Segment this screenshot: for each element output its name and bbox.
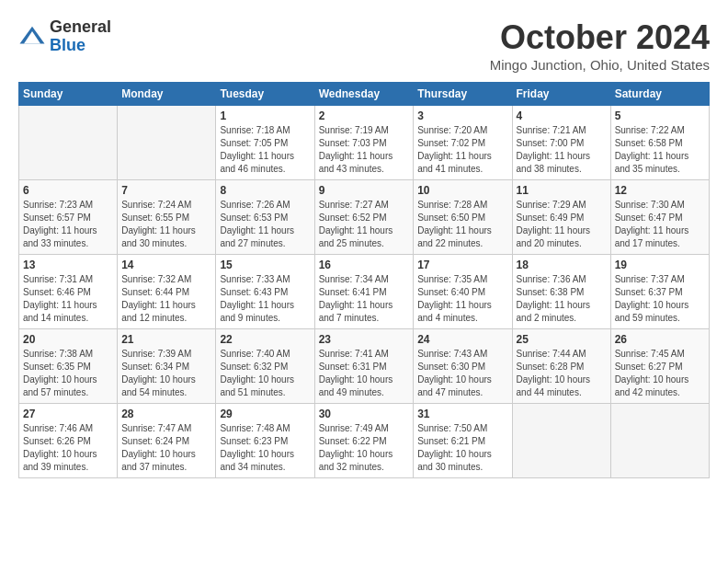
calendar-day-cell: 2Sunrise: 7:19 AM Sunset: 7:03 PM Daylig…: [314, 106, 414, 180]
day-info: Sunrise: 7:37 AM Sunset: 6:37 PM Dayligh…: [615, 273, 705, 325]
day-number: 8: [220, 184, 310, 197]
weekday-header: Friday: [512, 83, 610, 106]
day-info: Sunrise: 7:28 AM Sunset: 6:50 PM Dayligh…: [417, 199, 507, 250]
day-info: Sunrise: 7:36 AM Sunset: 6:38 PM Dayligh…: [517, 273, 607, 325]
calendar-day-cell: 13Sunrise: 7:31 AM Sunset: 6:46 PM Dayli…: [19, 255, 118, 329]
day-info: Sunrise: 7:50 AM Sunset: 6:21 PM Dayligh…: [417, 422, 507, 474]
calendar-day-cell: 1Sunrise: 7:18 AM Sunset: 7:05 PM Daylig…: [216, 106, 314, 180]
weekday-header: Wednesday: [314, 83, 414, 106]
day-number: 22: [220, 333, 310, 346]
logo: General Blue: [18, 18, 111, 55]
day-number: 13: [23, 259, 113, 271]
day-number: 1: [220, 109, 310, 122]
calendar-day-cell: 11Sunrise: 7:29 AM Sunset: 6:49 PM Dayli…: [512, 180, 610, 255]
calendar-day-cell: 6Sunrise: 7:23 AM Sunset: 6:57 PM Daylig…: [19, 180, 118, 255]
day-number: 21: [121, 333, 211, 346]
logo-text: General Blue: [50, 18, 111, 55]
day-number: 19: [615, 259, 705, 271]
header-row: SundayMondayTuesdayWednesdayThursdayFrid…: [19, 83, 710, 106]
day-info: Sunrise: 7:23 AM Sunset: 6:57 PM Dayligh…: [23, 199, 113, 250]
day-info: Sunrise: 7:33 AM Sunset: 6:43 PM Dayligh…: [220, 273, 310, 325]
weekday-header: Thursday: [414, 83, 512, 106]
calendar-week-row: 6Sunrise: 7:23 AM Sunset: 6:57 PM Daylig…: [19, 180, 710, 255]
calendar-day-cell: 23Sunrise: 7:41 AM Sunset: 6:31 PM Dayli…: [314, 329, 414, 404]
day-info: Sunrise: 7:27 AM Sunset: 6:52 PM Dayligh…: [319, 199, 410, 250]
logo-blue: Blue: [50, 37, 111, 55]
day-number: 10: [417, 184, 507, 197]
day-info: Sunrise: 7:45 AM Sunset: 6:27 PM Dayligh…: [615, 348, 705, 399]
calendar-day-cell: 18Sunrise: 7:36 AM Sunset: 6:38 PM Dayli…: [512, 255, 610, 329]
day-number: 15: [220, 259, 310, 271]
calendar-day-cell: 17Sunrise: 7:35 AM Sunset: 6:40 PM Dayli…: [414, 255, 512, 329]
calendar-body: 1Sunrise: 7:18 AM Sunset: 7:05 PM Daylig…: [19, 106, 710, 478]
calendar-day-cell: 10Sunrise: 7:28 AM Sunset: 6:50 PM Dayli…: [414, 180, 512, 255]
day-info: Sunrise: 7:35 AM Sunset: 6:40 PM Dayligh…: [417, 273, 507, 325]
calendar-day-cell: 9Sunrise: 7:27 AM Sunset: 6:52 PM Daylig…: [314, 180, 414, 255]
day-number: 2: [319, 109, 410, 122]
day-number: 9: [319, 184, 410, 197]
calendar-day-cell: 21Sunrise: 7:39 AM Sunset: 6:34 PM Dayli…: [118, 329, 216, 404]
calendar-header: SundayMondayTuesdayWednesdayThursdayFrid…: [19, 83, 710, 106]
calendar-table: SundayMondayTuesdayWednesdayThursdayFrid…: [18, 82, 710, 478]
day-number: 17: [417, 259, 507, 271]
day-info: Sunrise: 7:48 AM Sunset: 6:23 PM Dayligh…: [220, 422, 310, 474]
day-number: 7: [121, 184, 211, 197]
day-number: 18: [517, 259, 607, 271]
calendar-day-cell: 8Sunrise: 7:26 AM Sunset: 6:53 PM Daylig…: [216, 180, 314, 255]
day-info: Sunrise: 7:43 AM Sunset: 6:30 PM Dayligh…: [417, 348, 507, 399]
day-info: Sunrise: 7:19 AM Sunset: 7:03 PM Dayligh…: [319, 124, 410, 176]
calendar-day-cell: 30Sunrise: 7:49 AM Sunset: 6:22 PM Dayli…: [314, 404, 414, 478]
calendar-day-cell: 7Sunrise: 7:24 AM Sunset: 6:55 PM Daylig…: [118, 180, 216, 255]
day-info: Sunrise: 7:24 AM Sunset: 6:55 PM Dayligh…: [121, 199, 211, 250]
day-info: Sunrise: 7:30 AM Sunset: 6:47 PM Dayligh…: [615, 199, 705, 250]
calendar-day-cell: 4Sunrise: 7:21 AM Sunset: 7:00 PM Daylig…: [512, 106, 610, 180]
day-number: 26: [615, 333, 705, 346]
day-number: 3: [417, 109, 507, 122]
day-number: 12: [615, 184, 705, 197]
weekday-header: Tuesday: [216, 83, 314, 106]
calendar-day-cell: 15Sunrise: 7:33 AM Sunset: 6:43 PM Dayli…: [216, 255, 314, 329]
calendar-day-cell: 20Sunrise: 7:38 AM Sunset: 6:35 PM Dayli…: [19, 329, 118, 404]
calendar-day-cell: 16Sunrise: 7:34 AM Sunset: 6:41 PM Dayli…: [314, 255, 414, 329]
page-header: General Blue October 2024 Mingo Junction…: [18, 18, 710, 73]
day-info: Sunrise: 7:22 AM Sunset: 6:58 PM Dayligh…: [615, 124, 705, 176]
calendar-day-cell: 14Sunrise: 7:32 AM Sunset: 6:44 PM Dayli…: [118, 255, 216, 329]
day-number: 5: [615, 109, 705, 122]
calendar-day-cell: 28Sunrise: 7:47 AM Sunset: 6:24 PM Dayli…: [118, 404, 216, 478]
day-number: 6: [23, 184, 113, 197]
calendar-day-cell: [610, 404, 709, 478]
month-title: October 2024: [490, 18, 710, 57]
day-info: Sunrise: 7:20 AM Sunset: 7:02 PM Dayligh…: [417, 124, 507, 176]
day-info: Sunrise: 7:47 AM Sunset: 6:24 PM Dayligh…: [121, 422, 211, 474]
calendar-day-cell: [512, 404, 610, 478]
day-number: 14: [121, 259, 211, 271]
location-title: Mingo Junction, Ohio, United States: [490, 57, 710, 73]
weekday-header: Monday: [118, 83, 216, 106]
day-number: 4: [517, 109, 607, 122]
day-info: Sunrise: 7:40 AM Sunset: 6:32 PM Dayligh…: [220, 348, 310, 399]
day-info: Sunrise: 7:31 AM Sunset: 6:46 PM Dayligh…: [23, 273, 113, 325]
calendar-week-row: 27Sunrise: 7:46 AM Sunset: 6:26 PM Dayli…: [19, 404, 710, 478]
day-info: Sunrise: 7:32 AM Sunset: 6:44 PM Dayligh…: [121, 273, 211, 325]
day-number: 20: [23, 333, 113, 346]
calendar-week-row: 13Sunrise: 7:31 AM Sunset: 6:46 PM Dayli…: [19, 255, 710, 329]
calendar-week-row: 1Sunrise: 7:18 AM Sunset: 7:05 PM Daylig…: [19, 106, 710, 180]
day-number: 31: [417, 408, 507, 420]
calendar-day-cell: 25Sunrise: 7:44 AM Sunset: 6:28 PM Dayli…: [512, 329, 610, 404]
day-number: 29: [220, 408, 310, 420]
logo-general: General: [50, 18, 111, 37]
calendar-day-cell: [118, 106, 216, 180]
day-info: Sunrise: 7:44 AM Sunset: 6:28 PM Dayligh…: [517, 348, 607, 399]
day-number: 11: [517, 184, 607, 197]
day-number: 27: [23, 408, 113, 420]
weekday-header: Sunday: [19, 83, 118, 106]
calendar-day-cell: 5Sunrise: 7:22 AM Sunset: 6:58 PM Daylig…: [610, 106, 709, 180]
day-info: Sunrise: 7:34 AM Sunset: 6:41 PM Dayligh…: [319, 273, 410, 325]
day-info: Sunrise: 7:41 AM Sunset: 6:31 PM Dayligh…: [319, 348, 410, 399]
day-number: 30: [319, 408, 410, 420]
day-info: Sunrise: 7:26 AM Sunset: 6:53 PM Dayligh…: [220, 199, 310, 250]
weekday-header: Saturday: [610, 83, 709, 106]
day-info: Sunrise: 7:46 AM Sunset: 6:26 PM Dayligh…: [23, 422, 113, 474]
day-info: Sunrise: 7:29 AM Sunset: 6:49 PM Dayligh…: [517, 199, 607, 250]
day-number: 24: [417, 333, 507, 346]
